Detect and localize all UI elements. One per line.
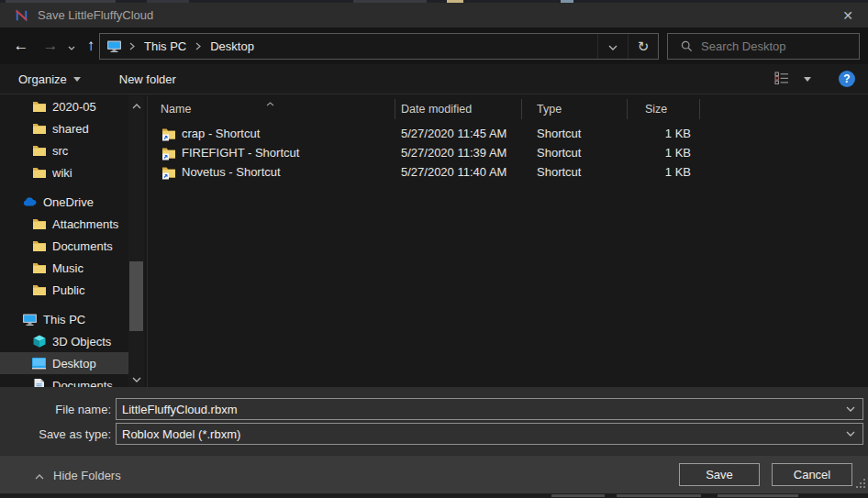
- refresh-button[interactable]: ↻: [628, 34, 658, 59]
- sidebar-item-2020-05[interactable]: 2020-05: [0, 95, 128, 117]
- breadcrumb-item-this-pc[interactable]: This PC: [142, 39, 188, 53]
- new-folder-label: New folder: [119, 72, 176, 86]
- file-row[interactable]: FIREFIGHT - Shortcut 5/27/2020 11:39 AM …: [149, 143, 868, 162]
- document-icon: [31, 378, 47, 388]
- sidebar-item-attachments[interactable]: Attachments: [0, 213, 128, 235]
- file-type: Shortcut: [522, 146, 628, 160]
- file-name-input[interactable]: [117, 403, 839, 416]
- recent-locations-button[interactable]: [62, 33, 81, 59]
- change-view-button[interactable]: [771, 68, 793, 91]
- file-row[interactable]: crap - Shortcut 5/27/2020 11:45 AM Short…: [149, 124, 868, 143]
- background-fragment: [617, 494, 701, 497]
- folder-icon: [31, 216, 47, 232]
- pane-divider: [147, 95, 148, 387]
- search-icon: [681, 40, 693, 52]
- view-options-dropdown[interactable]: [798, 73, 817, 85]
- hide-folders-button[interactable]: Hide Folders: [35, 464, 121, 486]
- sidebar-scrollbar[interactable]: [128, 95, 144, 387]
- save-as-type-label: Save as type:: [0, 427, 111, 441]
- column-header-size[interactable]: Size: [628, 99, 700, 119]
- scrollbar-thumb[interactable]: [129, 261, 143, 331]
- sidebar-item-music[interactable]: Music: [0, 257, 128, 279]
- chevron-down-icon: [132, 371, 141, 385]
- file-name: FIREFIGHT - Shortcut: [182, 146, 299, 160]
- file-name-label: File name:: [0, 403, 111, 416]
- shortcut-folder-icon: [161, 146, 176, 160]
- sidebar-item-desktop[interactable]: Desktop: [0, 352, 128, 374]
- organize-button[interactable]: Organize: [9, 64, 90, 94]
- save-button[interactable]: Save: [679, 463, 760, 486]
- chevron-up-icon: [35, 469, 44, 482]
- search-box: [667, 33, 860, 60]
- file-row[interactable]: Novetus - Shortcut 5/27/2020 11:40 AM Sh…: [149, 162, 868, 182]
- folder-icon: [31, 282, 47, 298]
- file-name: crap - Shortcut: [182, 127, 260, 140]
- dropdown-triangle-icon: [804, 77, 811, 82]
- file-list: NameDate modifiedTypeSize crap - Shortcu…: [149, 95, 868, 387]
- file-size: 1 KB: [628, 146, 700, 160]
- file-name-combo: [116, 398, 863, 420]
- this-pc-icon: [22, 312, 38, 327]
- folder-icon: [31, 121, 47, 137]
- column-headers: NameDate modifiedTypeSize: [149, 95, 868, 119]
- file-name-panel: File name: Save as type: Roblox Model (*…: [0, 387, 868, 456]
- sidebar-item-3d-objects[interactable]: 3D Objects: [0, 330, 128, 352]
- sidebar-item-shared[interactable]: shared: [0, 117, 128, 139]
- chevron-down-icon: [608, 39, 618, 53]
- navigation-bar: ← → ↑ This PCDesktop ↻: [0, 28, 868, 64]
- sidebar-item-src[interactable]: src: [0, 139, 128, 161]
- folder-icon: [31, 99, 47, 115]
- breadcrumb-item-desktop[interactable]: Desktop: [208, 39, 256, 53]
- sidebar-item-wiki[interactable]: wiki: [0, 161, 128, 183]
- chevron-up-icon: [132, 98, 141, 112]
- folder-icon: [31, 260, 47, 276]
- sidebar-item-this-pc[interactable]: This PC: [0, 308, 128, 330]
- breadcrumb-chevron-icon: [188, 42, 208, 50]
- save-dialog-window: Save LittleFluffyCloud ✕ ← → ↑ This PCDe…: [0, 0, 868, 498]
- details-view-icon: [774, 72, 789, 87]
- sidebar-item-documents[interactable]: Documents: [0, 374, 128, 387]
- column-header-type[interactable]: Type: [522, 99, 628, 119]
- breadcrumb-chevron-icon: [122, 42, 142, 50]
- search-input[interactable]: [701, 34, 862, 59]
- cancel-button[interactable]: Cancel: [772, 463, 852, 486]
- main-area: 2020-05 shared src wiki OneDrive Attachm…: [0, 95, 868, 387]
- chevron-down-icon: [68, 37, 75, 55]
- help-button[interactable]: ?: [839, 71, 855, 87]
- desktop-icon: [31, 356, 47, 371]
- chevron-down-icon[interactable]: [839, 406, 862, 412]
- shortcut-folder-icon: [161, 165, 176, 180]
- sidebar-item-documents[interactable]: Documents: [0, 235, 128, 257]
- folder-icon: [31, 165, 47, 181]
- forward-button[interactable]: →: [37, 33, 64, 59]
- save-as-type-select[interactable]: Roblox Model (*.rbxm): [116, 423, 863, 445]
- new-folder-button[interactable]: New folder: [110, 64, 185, 94]
- cube-icon: [31, 334, 47, 349]
- novetus-app-icon: [14, 7, 29, 23]
- back-button[interactable]: ←: [7, 33, 35, 59]
- onedrive-icon: [22, 194, 38, 210]
- file-type: Shortcut: [522, 127, 628, 140]
- close-button[interactable]: ✕: [828, 3, 868, 28]
- file-size: 1 KB: [628, 165, 700, 179]
- chevron-down-icon: [839, 431, 862, 437]
- hide-folders-label: Hide Folders: [53, 469, 121, 482]
- sidebar-item-public[interactable]: Public: [0, 279, 128, 301]
- file-date-modified: 5/27/2020 11:39 AM: [395, 146, 522, 160]
- titlebar: Save LittleFluffyCloud ✕: [0, 3, 868, 28]
- file-name: Novetus - Shortcut: [182, 165, 281, 179]
- address-dropdown-button[interactable]: [597, 34, 628, 59]
- resize-grip[interactable]: [855, 478, 866, 492]
- folder-icon: [31, 238, 47, 254]
- scroll-down-button[interactable]: [128, 371, 144, 385]
- scroll-up-button[interactable]: [128, 97, 144, 112]
- dialog-buttons-panel: Hide Folders Save Cancel: [0, 456, 868, 493]
- sidebar-item-onedrive[interactable]: OneDrive: [0, 191, 128, 213]
- navigation-pane: 2020-05 shared src wiki OneDrive Attachm…: [0, 95, 128, 387]
- column-header-date-modified[interactable]: Date modified: [395, 99, 522, 119]
- address-bar[interactable]: This PCDesktop ↻: [99, 33, 659, 60]
- shortcut-folder-icon: [161, 127, 176, 141]
- background-window-sliver: [0, 493, 868, 498]
- dropdown-triangle-icon: [73, 77, 81, 82]
- file-date-modified: 5/27/2020 11:45 AM: [395, 127, 522, 140]
